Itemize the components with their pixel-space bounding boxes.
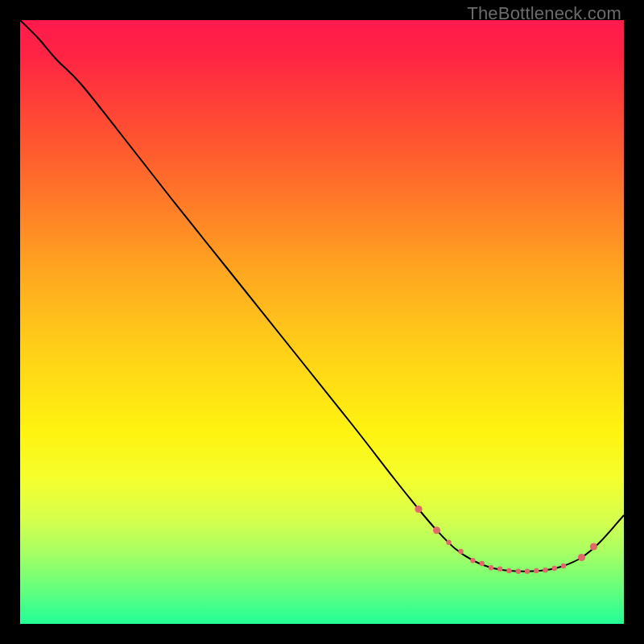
marker-dot [446,540,451,545]
marker-dot [480,561,485,566]
marker-dot [561,564,566,568]
marker-dot [489,565,493,570]
marker-dot [470,558,475,563]
marker-dot [534,568,539,573]
marker-dot [516,569,521,574]
marker-dot [415,506,422,513]
plot-area [20,20,624,624]
marker-dot [543,568,547,572]
marker-dot [497,567,502,572]
marker-dot [458,549,463,554]
marker-dot [433,526,440,534]
marker-dot [525,569,530,574]
marker-dot [590,543,597,550]
marker-dot [552,566,557,571]
chart-frame: TheBottleneck.com [0,0,644,644]
watermark-text: TheBottleneck.com [467,3,621,24]
marker-dot [578,554,585,561]
curve-layer [20,20,624,624]
marker-dot [506,568,511,573]
bottleneck-curve [20,20,624,572]
